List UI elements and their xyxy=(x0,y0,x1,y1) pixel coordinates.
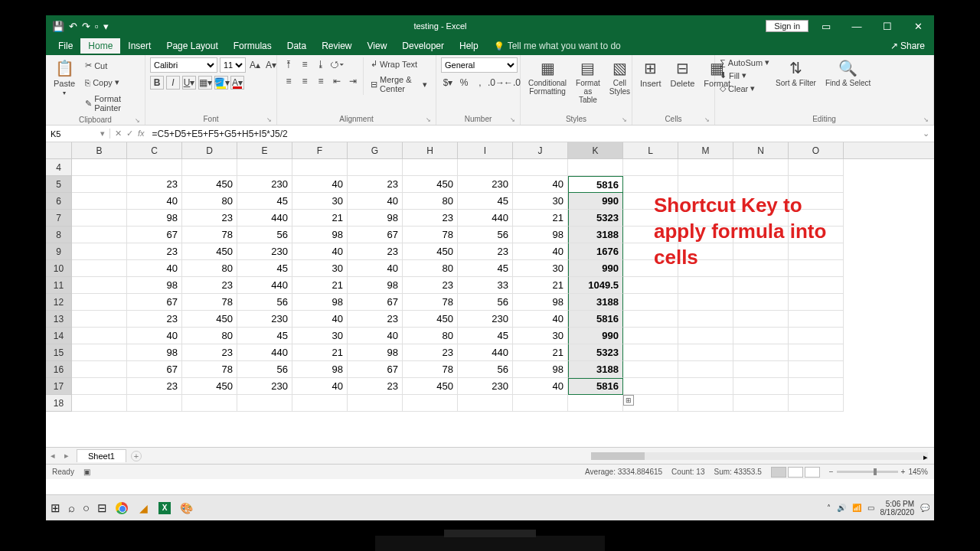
cell[interactable]: 98 xyxy=(348,277,403,294)
share-button[interactable]: ↗ Share xyxy=(890,41,934,51)
cell[interactable]: 23 xyxy=(127,311,182,328)
find-select-button[interactable]: 🔍Find & Select xyxy=(822,57,874,89)
col-header-I[interactable]: I xyxy=(458,142,513,158)
cell[interactable]: 23 xyxy=(127,378,182,395)
cell[interactable]: 80 xyxy=(182,193,237,210)
save-icon[interactable]: 💾 xyxy=(52,21,64,32)
cell[interactable] xyxy=(678,260,733,277)
notifications-icon[interactable]: 💬 xyxy=(920,504,929,512)
cell[interactable]: 98 xyxy=(513,294,568,311)
cell[interactable] xyxy=(789,227,844,243)
col-header-N[interactable]: N xyxy=(733,142,789,158)
cell[interactable]: 230 xyxy=(237,311,292,328)
ribbon-options-icon[interactable]: ▭ xyxy=(813,21,839,32)
cell[interactable] xyxy=(623,193,678,210)
select-all-corner[interactable] xyxy=(46,142,72,158)
cell[interactable]: 23 xyxy=(458,243,513,260)
col-header-J[interactable]: J xyxy=(513,142,568,158)
undo-icon[interactable]: ↶ xyxy=(69,21,77,32)
cell[interactable]: 67 xyxy=(127,294,182,311)
cell[interactable]: 21 xyxy=(292,277,348,294)
col-header-L[interactable]: L xyxy=(623,142,678,158)
sheet-nav-next-icon[interactable]: ▸ xyxy=(60,451,74,461)
cell[interactable]: 30 xyxy=(292,260,348,277)
cell[interactable]: 3188 xyxy=(568,361,623,378)
cell[interactable] xyxy=(72,227,127,243)
view-pagelayout-icon[interactable] xyxy=(788,467,803,478)
col-header-C[interactable]: C xyxy=(127,142,182,158)
cell[interactable] xyxy=(623,378,678,395)
cell[interactable]: 23 xyxy=(182,344,237,361)
cell[interactable]: 450 xyxy=(182,378,237,395)
cell[interactable]: 78 xyxy=(182,361,237,378)
tray-wifi-icon[interactable]: 📶 xyxy=(852,504,861,512)
minimize-icon[interactable]: — xyxy=(844,21,870,32)
copy-button[interactable]: ⎘ Copy ▾ xyxy=(81,76,140,89)
horizontal-scrollbar[interactable]: ◂▸ xyxy=(591,452,928,460)
cell[interactable]: 98 xyxy=(292,294,348,311)
cell[interactable]: 30 xyxy=(292,193,348,210)
zoom-in-icon[interactable]: + xyxy=(901,468,906,476)
cell[interactable] xyxy=(458,395,513,412)
cell[interactable] xyxy=(458,159,513,176)
cell[interactable] xyxy=(72,344,127,361)
cell[interactable]: 45 xyxy=(237,260,292,277)
tray-lang-icon[interactable]: ▭ xyxy=(867,504,874,512)
cell[interactable]: 23 xyxy=(403,210,458,227)
cell-styles-button[interactable]: ▧Cell Styles xyxy=(606,57,633,97)
cell[interactable]: 450 xyxy=(182,311,237,328)
font-name-select[interactable]: Calibri xyxy=(150,57,217,73)
cell[interactable] xyxy=(72,361,127,378)
cell[interactable]: 56 xyxy=(237,294,292,311)
fill-button[interactable]: ⬇ Fill ▾ xyxy=(720,70,769,80)
sheet-tab[interactable]: Sheet1 xyxy=(77,449,126,462)
chrome-icon[interactable] xyxy=(115,501,129,515)
tab-developer[interactable]: Developer xyxy=(394,38,452,54)
cell[interactable]: 450 xyxy=(182,243,237,260)
cut-button[interactable]: ✂ Cut xyxy=(81,59,140,72)
cell[interactable] xyxy=(733,210,789,227)
tab-home[interactable]: Home xyxy=(80,38,120,54)
tab-formulas[interactable]: Formulas xyxy=(226,38,279,54)
cell[interactable]: 98 xyxy=(513,361,568,378)
row-header[interactable]: 14 xyxy=(46,328,72,344)
col-header-B[interactable]: B xyxy=(72,142,127,158)
tell-me-input[interactable]: Tell me what you want to do xyxy=(486,38,629,54)
cell[interactable]: 23 xyxy=(182,277,237,294)
row-header[interactable]: 10 xyxy=(46,260,72,277)
cell[interactable] xyxy=(292,159,348,176)
cell[interactable]: 23 xyxy=(348,378,403,395)
cell[interactable] xyxy=(733,311,789,328)
row-header[interactable]: 4 xyxy=(46,159,72,176)
cell[interactable] xyxy=(513,395,568,412)
autofill-options-icon[interactable]: ⊞ xyxy=(623,395,634,406)
cell[interactable] xyxy=(623,176,678,193)
number-format-select[interactable]: General xyxy=(441,57,518,73)
cell[interactable]: 23 xyxy=(127,176,182,193)
cell[interactable]: 5816 xyxy=(568,176,623,193)
underline-button[interactable]: U▾ xyxy=(182,76,196,90)
cell[interactable] xyxy=(733,227,789,243)
cell[interactable]: 98 xyxy=(127,344,182,361)
indent-inc-icon[interactable]: ⇥ xyxy=(346,74,360,88)
row-header[interactable]: 7 xyxy=(46,210,72,227)
delete-cells-button[interactable]: ⊟Delete xyxy=(668,57,698,90)
cell[interactable] xyxy=(678,395,733,412)
cell[interactable] xyxy=(72,243,127,260)
col-header-F[interactable]: F xyxy=(292,142,348,158)
tab-help[interactable]: Help xyxy=(452,38,486,54)
cell[interactable] xyxy=(789,361,844,378)
cell[interactable]: 1676 xyxy=(568,243,623,260)
cell[interactable]: 450 xyxy=(182,176,237,193)
row-header[interactable]: 18 xyxy=(46,395,72,412)
cell[interactable] xyxy=(789,193,844,210)
col-header-G[interactable]: G xyxy=(348,142,403,158)
cell[interactable]: 30 xyxy=(513,193,568,210)
tray-volume-icon[interactable]: 🔊 xyxy=(837,504,846,512)
cell[interactable]: 45 xyxy=(237,193,292,210)
row-header[interactable]: 8 xyxy=(46,227,72,243)
cell[interactable]: 40 xyxy=(127,260,182,277)
tab-review[interactable]: Review xyxy=(314,38,359,54)
row-header[interactable]: 9 xyxy=(46,243,72,260)
cell[interactable] xyxy=(678,243,733,260)
